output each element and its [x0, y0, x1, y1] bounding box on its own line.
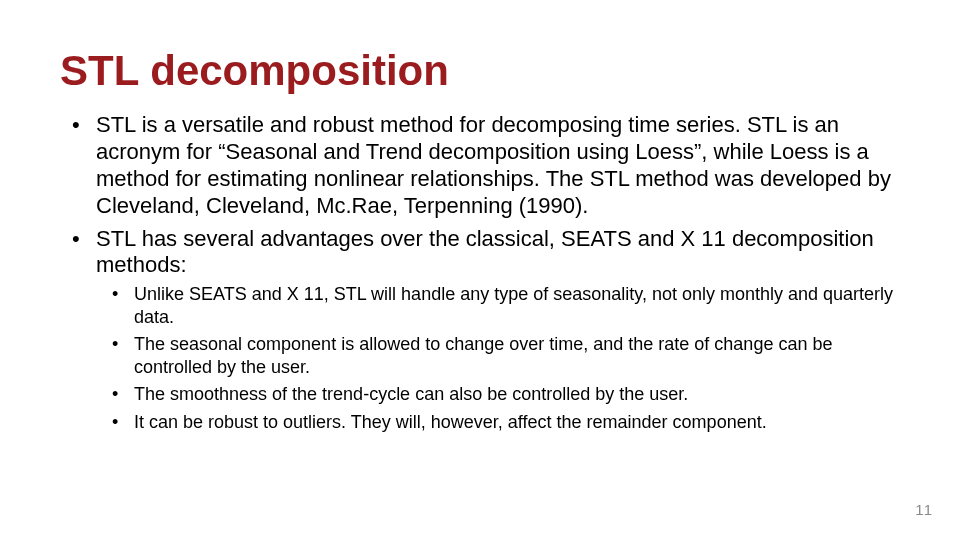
bullet-item: STL is a versatile and robust method for…	[92, 112, 900, 219]
bullet-list-level1: STL is a versatile and robust method for…	[60, 112, 900, 433]
subbullet-item: It can be robust to outliers. They will,…	[130, 411, 900, 434]
subbullet-item: The seasonal component is allowed to cha…	[130, 333, 900, 378]
slide-title: STL decomposition	[60, 48, 900, 94]
page-number: 11	[915, 501, 932, 518]
subbullet-item: The smoothness of the trend-cycle can al…	[130, 383, 900, 406]
bullet-list-level2: Unlike SEATS and X 11, STL will handle a…	[96, 283, 900, 433]
bullet-text: STL has several advantages over the clas…	[96, 226, 874, 278]
subbullet-item: Unlike SEATS and X 11, STL will handle a…	[130, 283, 900, 328]
bullet-item: STL has several advantages over the clas…	[92, 226, 900, 434]
slide: STL decomposition STL is a versatile and…	[0, 0, 960, 540]
